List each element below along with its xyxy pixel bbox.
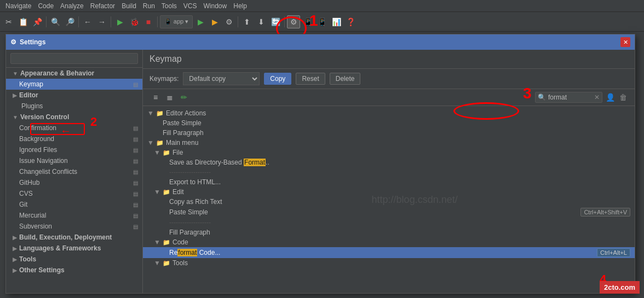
label-code: Code xyxy=(173,238,188,246)
icon-tools-group: 📁 xyxy=(163,260,170,267)
tree-node-file[interactable]: ▼ 📁 File xyxy=(143,148,635,157)
tree-node-code[interactable]: ▼ 📁 Code xyxy=(143,237,635,247)
menu-build[interactable]: Build xyxy=(118,1,140,11)
sidebar-item-ignored-files[interactable]: Ignored Files ▤ xyxy=(6,144,142,155)
label-save-directory: Save as Directory-Based Format.. xyxy=(169,159,269,166)
sidebar-item-other-settings[interactable]: ▶ Other Settings xyxy=(6,265,142,276)
find-button[interactable]: 🔍 xyxy=(49,15,62,28)
tree-node-copy-rich[interactable]: Copy as Rich Text xyxy=(143,197,635,207)
vcs-button-2[interactable]: ⬇ xyxy=(255,15,268,28)
tree-node-main-menu[interactable]: ▼ 📁 Main menu xyxy=(143,138,635,148)
sidebar-item-background[interactable]: Background ▤ xyxy=(6,133,142,144)
menu-help[interactable]: Help xyxy=(230,1,250,11)
sidebar-label-subversion: Subversion xyxy=(19,223,52,230)
sidebar-item-mercurial[interactable]: Mercurial ▤ xyxy=(6,210,142,221)
sidebar-label-mercurial: Mercurial xyxy=(19,212,46,219)
sidebar-item-subversion[interactable]: Subversion ▤ xyxy=(6,221,142,232)
sidebar-item-plugins[interactable]: Plugins xyxy=(6,101,142,112)
sidebar-item-issue-navigation[interactable]: Issue Navigation ▤ xyxy=(6,155,142,166)
toolbar-sep-6 xyxy=(284,16,285,27)
sidebar-item-changelist[interactable]: Changelist Conflicts ▤ xyxy=(6,166,142,177)
debug-button[interactable]: 🐞 xyxy=(128,15,141,28)
settings-toolbar-btn[interactable]: ⚙ xyxy=(287,15,300,28)
toolbar-sep-3 xyxy=(111,16,111,27)
tree-node-editor-actions[interactable]: ▼ 📁 Editor Actions xyxy=(143,108,635,118)
keymap-bar: Keymaps: Default copy Copy Reset Delete xyxy=(143,69,635,89)
sidebar-label-editor: Editor xyxy=(19,91,38,99)
tree-node-reformat-code[interactable]: Reformat Code... Ctrl+Alt+L xyxy=(143,247,635,258)
paste-button[interactable]: 📌 xyxy=(31,15,44,28)
sidebar-search-input[interactable] xyxy=(10,53,138,64)
sidebar-item-tools[interactable]: ▶ Tools xyxy=(6,254,142,265)
sidebar-item-build[interactable]: ▶ Build, Execution, Deployment xyxy=(6,232,142,243)
tree-node-fill-paragraph-2[interactable]: Fill Paragraph xyxy=(143,227,635,237)
tree-node-fill-paragraph[interactable]: Fill Paragraph xyxy=(143,128,635,138)
tree-node-paste-simple-2[interactable]: Paste Simple Ctrl+Alt+Shift+V xyxy=(143,207,635,218)
copy-toolbar-button[interactable]: 📋 xyxy=(16,15,30,28)
delete-button[interactable]: Delete xyxy=(330,73,361,85)
expand-arrow-appearance: ▼ xyxy=(13,71,18,77)
expand-arrow-vc: ▼ xyxy=(13,114,18,120)
settings-dialog: ⚙ Settings ✕ ▼ Appearance & Behavior Key… xyxy=(5,34,635,294)
highlight-format-reformat: format xyxy=(177,249,197,256)
collapse-all-button[interactable]: ≣ xyxy=(164,91,176,103)
menu-vcs[interactable]: VCS xyxy=(180,1,200,11)
copy-button[interactable]: Copy xyxy=(264,73,291,85)
app-dropdown[interactable]: 📱 app ▾ xyxy=(160,15,193,28)
git-end-icon: ▤ xyxy=(133,202,138,208)
toolbar-sep-2 xyxy=(78,16,79,27)
cut-button[interactable]: ✂ xyxy=(2,15,15,28)
menu-window[interactable]: Window xyxy=(200,1,231,11)
sidebar-item-editor[interactable]: ▶ Editor xyxy=(6,90,142,101)
reset-button[interactable]: Reset xyxy=(296,73,325,85)
run-app-button[interactable]: ▶ xyxy=(194,15,207,28)
sdk-manager-button[interactable]: 📱 xyxy=(301,15,314,28)
sidebar-item-keymap[interactable]: Keymap ▤ xyxy=(6,79,142,90)
icon-edit: 📁 xyxy=(163,189,170,196)
expand-all-button[interactable]: ≡ xyxy=(150,91,162,103)
android-profiler-button[interactable]: 📊 xyxy=(330,15,343,28)
sync-button[interactable]: 🔄 xyxy=(269,15,282,28)
edit-shortcut-button[interactable]: ✏ xyxy=(178,91,190,103)
find-prev-button[interactable]: 🔎 xyxy=(63,15,76,28)
test-button[interactable]: ⚙ xyxy=(222,15,235,28)
filter-input[interactable] xyxy=(548,94,592,101)
menu-refactor[interactable]: Refactor xyxy=(87,1,118,11)
keymap-select[interactable]: Default copy xyxy=(183,72,260,85)
tree-node-paste-simple-1[interactable]: Paste Simple xyxy=(143,118,635,128)
arrow-tools-group: ▼ xyxy=(154,259,160,267)
menu-run[interactable]: Run xyxy=(140,1,158,11)
menu-code[interactable]: Code xyxy=(34,1,57,11)
sidebar-label-changelist: Changelist Conflicts xyxy=(19,168,77,176)
menu-tools[interactable]: Tools xyxy=(158,1,180,11)
tree-node-tools-group[interactable]: ▼ 📁 Tools xyxy=(143,258,635,268)
tree-node-export-html[interactable]: Export to HTML... xyxy=(143,177,635,187)
sidebar-item-cvs[interactable]: CVS ▤ xyxy=(6,188,142,199)
menu-analyze[interactable]: Analyze xyxy=(57,1,87,11)
sidebar-item-git[interactable]: Git ▤ xyxy=(6,199,142,210)
run-button[interactable]: ▶ xyxy=(113,15,127,28)
sidebar-item-languages[interactable]: ▶ Languages & Frameworks xyxy=(6,243,142,254)
sidebar-item-confirmation[interactable]: Confirmation ▤ xyxy=(6,122,142,133)
sidebar-item-appearance[interactable]: ▼ Appearance & Behavior xyxy=(6,68,142,79)
tree-node-save-directory[interactable]: Save as Directory-Based Format.. xyxy=(143,157,635,167)
cvs-end-icon: ▤ xyxy=(133,191,138,197)
debug-app-button[interactable]: ▶ xyxy=(208,15,221,28)
forward-button[interactable]: → xyxy=(95,15,108,28)
device-manager-button[interactable]: 📱 xyxy=(315,15,329,28)
tree-node-edit[interactable]: ▼ 📁 Edit xyxy=(143,187,635,197)
help-toolbar-button[interactable]: ❓ xyxy=(344,15,357,28)
dialog-close-button[interactable]: ✕ xyxy=(620,37,630,47)
stop-button[interactable]: ■ xyxy=(142,15,155,28)
vcs-button-1[interactable]: ⬆ xyxy=(240,15,254,28)
sidebar-item-github[interactable]: GitHub ▤ xyxy=(6,177,142,188)
sidebar-item-version-control[interactable]: ▼ Version Control xyxy=(6,112,142,122)
label-fill-paragraph-2: Fill Paragraph xyxy=(169,229,210,236)
search-trash-icon[interactable]: 🗑 xyxy=(618,92,628,103)
search-user-icon[interactable]: 👤 xyxy=(605,92,616,103)
menu-navigate[interactable]: Navigate xyxy=(2,1,34,11)
sidebar-label-other: Other Settings xyxy=(19,266,65,274)
back-button[interactable]: ← xyxy=(81,15,94,28)
filter-clear-icon[interactable]: ✕ xyxy=(594,94,600,101)
icon-file: 📁 xyxy=(163,149,170,156)
